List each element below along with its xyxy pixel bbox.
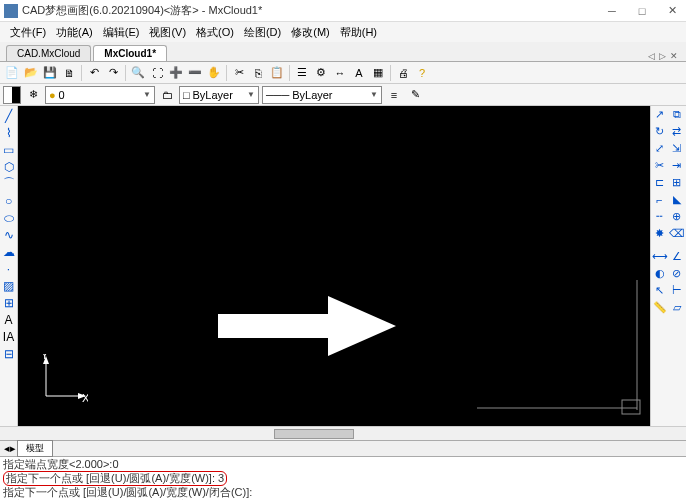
trim-icon[interactable]: ✂ [651,157,668,174]
saveas-icon[interactable]: 🗎 [60,64,78,82]
break-icon[interactable]: ╌ [651,208,668,225]
cloud-icon[interactable]: ☁ [1,244,16,259]
tab-cadmxcloud[interactable]: CAD.MxCloud [6,45,91,61]
table-icon[interactable]: ⊟ [1,346,16,361]
zoom-window-icon[interactable]: 🔍 [129,64,147,82]
brush-icon[interactable]: ✎ [406,86,424,104]
leader-icon[interactable]: ↖ [651,282,668,299]
dim-ang-icon[interactable]: ∠ [668,248,685,265]
block-icon[interactable]: ▦ [369,64,387,82]
point-icon[interactable]: · [1,261,16,276]
close-button[interactable]: ✕ [666,5,678,17]
polygon-icon[interactable]: ⬡ [1,159,16,174]
tab-mxcloud1[interactable]: MxCloud1* [93,45,167,61]
tab-next-icon[interactable]: ▷ [657,51,668,61]
layer-manager-icon[interactable]: 🗀 [158,86,176,104]
array-icon[interactable]: ⊞ [668,174,685,191]
help-icon[interactable]: ? [413,64,431,82]
menu-file[interactable]: 文件(F) [6,23,50,42]
modify-toolbar: ↗⧉ ↻⇄ ⤢⇲ ✂⇥ ⊏⊞ ⌐◣ ╌⊕ ✸⌫ ⟷∠ ◐⊘ ↖⊢ 📏▱ [650,106,686,426]
dim-icon[interactable]: ↔ [331,64,349,82]
linetype-dropdown[interactable]: ─── ByLayer▼ [262,86,382,104]
dim-dia-icon[interactable]: ⊘ [668,265,685,282]
svg-text:X: X [82,392,88,404]
fillet-icon[interactable]: ⌐ [651,191,668,208]
layer-dropdown[interactable]: ● 0▼ [45,86,155,104]
polyline-icon[interactable]: ⌇ [1,125,16,140]
main-toolbar: 📄 📂 💾 🗎 ↶ ↷ 🔍 ⛶ ➕ ➖ ✋ ✂ ⎘ 📋 ☰ ⚙ ↔ A ▦ 🖨 … [0,62,686,84]
aux-drawing [472,280,642,420]
text-icon[interactable]: A [350,64,368,82]
rect-icon[interactable]: ▭ [1,142,16,157]
area-icon[interactable]: ▱ [668,299,685,316]
text-a-icon[interactable]: A [1,312,16,327]
arrow-drawing [218,296,398,356]
minimize-button[interactable]: ─ [606,5,618,17]
menu-view[interactable]: 视图(V) [145,23,190,42]
copy2-icon[interactable]: ⧉ [668,106,685,123]
measure-icon[interactable]: 📏 [651,299,668,316]
insert-icon[interactable]: ⊞ [1,295,16,310]
h-scrollbar[interactable] [0,426,686,440]
drawing-canvas[interactable]: Y X [18,106,650,426]
lineweight-icon[interactable]: ≡ [385,86,403,104]
rotate-icon[interactable]: ↻ [651,123,668,140]
cut-icon[interactable]: ✂ [230,64,248,82]
cmd-line-0: 指定端点宽度<2.000>:0 [3,458,683,471]
menu-func[interactable]: 功能(A) [52,23,97,42]
erase-icon[interactable]: ⌫ [668,225,685,242]
explode-icon[interactable]: ✸ [651,225,668,242]
copy-icon[interactable]: ⎘ [249,64,267,82]
mirror-icon[interactable]: ⇄ [668,123,685,140]
props-icon[interactable]: ⚙ [312,64,330,82]
layers-icon[interactable]: ☰ [293,64,311,82]
print-icon[interactable]: 🖨 [394,64,412,82]
move-icon[interactable]: ↗ [651,106,668,123]
linetype-value: ByLayer [292,89,332,101]
tab-prev-icon[interactable]: ◁ [646,51,657,61]
menu-modify[interactable]: 修改(M) [287,23,334,42]
tab-close-icon[interactable]: ✕ [668,51,680,61]
menu-format[interactable]: 格式(O) [192,23,238,42]
window-title: CAD梦想画图(6.0.20210904)<游客> - MxCloud1* [22,3,606,18]
join-icon[interactable]: ⊕ [668,208,685,225]
arc-icon[interactable]: ⌒ [1,176,16,191]
zoom-in-icon[interactable]: ➕ [167,64,185,82]
stretch-icon[interactable]: ⇲ [668,140,685,157]
save-icon[interactable]: 💾 [41,64,59,82]
color-dropdown[interactable]: □ ByLayer▼ [179,86,259,104]
extend-icon[interactable]: ⇥ [668,157,685,174]
layer-state-icon[interactable]: ❄ [24,86,42,104]
chamfer-icon[interactable]: ◣ [668,191,685,208]
menu-draw[interactable]: 绘图(D) [240,23,285,42]
btab-next-icon[interactable]: ▸ [10,442,16,455]
maximize-button[interactable]: □ [636,5,648,17]
spline-icon[interactable]: ∿ [1,227,16,242]
menu-help[interactable]: 帮助(H) [336,23,381,42]
command-area[interactable]: 指定端点宽度<2.000>:0 指定下一个点或 [回退(U)/圆弧(A)/宽度(… [0,456,686,500]
model-tab[interactable]: 模型 [17,440,53,457]
zoom-extents-icon[interactable]: ⛶ [148,64,166,82]
circle-icon[interactable]: ○ [1,193,16,208]
pan-icon[interactable]: ✋ [205,64,223,82]
layer-value: 0 [58,89,64,101]
offset-icon[interactable]: ⊏ [651,174,668,191]
color-value: ByLayer [192,89,232,101]
dim-rad-icon[interactable]: ◐ [651,265,668,282]
menu-bar: 文件(F) 功能(A) 编辑(E) 视图(V) 格式(O) 绘图(D) 修改(M… [0,22,686,42]
line-icon[interactable]: ╱ [1,108,16,123]
redo-icon[interactable]: ↷ [104,64,122,82]
new-icon[interactable]: 📄 [3,64,21,82]
hatch-icon[interactable]: ▨ [1,278,16,293]
undo-icon[interactable]: ↶ [85,64,103,82]
mtext-icon[interactable]: IA [1,329,16,344]
ellipse-icon[interactable]: ⬭ [1,210,16,225]
dim-lin-icon[interactable]: ⟷ [651,248,668,265]
dim-cont-icon[interactable]: ⊢ [668,282,685,299]
open-icon[interactable]: 📂 [22,64,40,82]
menu-edit[interactable]: 编辑(E) [99,23,144,42]
scale-icon[interactable]: ⤢ [651,140,668,157]
zoom-out-icon[interactable]: ➖ [186,64,204,82]
paste-icon[interactable]: 📋 [268,64,286,82]
color-swatch[interactable] [3,86,21,104]
